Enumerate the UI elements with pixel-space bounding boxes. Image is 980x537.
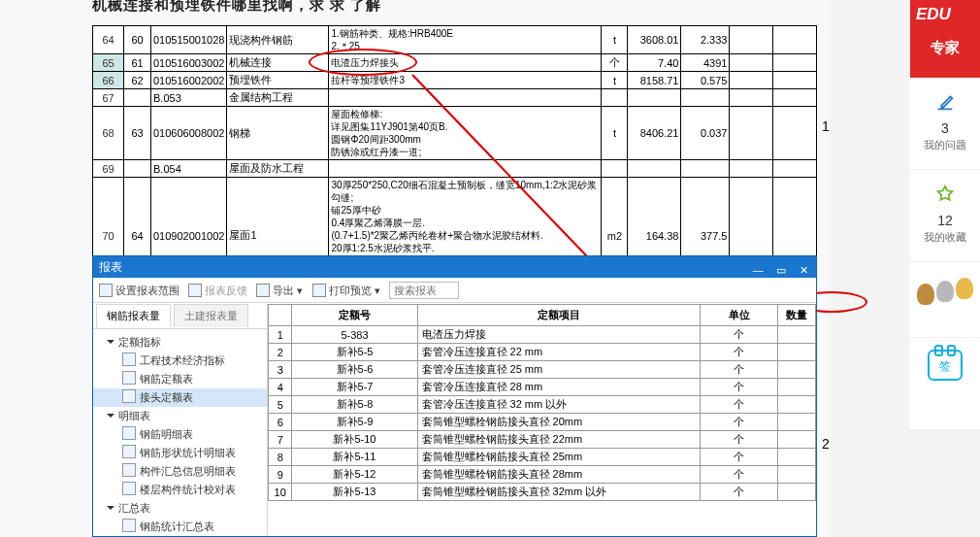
grid-qty: [778, 344, 816, 361]
brand-banner[interactable]: EDU 专家: [910, 0, 980, 78]
tree-item-floor-check[interactable]: 楼层构件统计校对表: [93, 481, 267, 499]
grid-head-item: 定额项目: [417, 305, 700, 326]
annotation-number-2: 2: [822, 436, 830, 452]
grid-item: 套管冷压连接直径 32 mm 以外: [417, 396, 700, 414]
grid-rownum: 6: [269, 414, 292, 431]
grid-qty: [778, 379, 816, 396]
cell-name: 预埋铁件: [227, 72, 329, 89]
grid-unit: 个: [700, 414, 777, 431]
grid-head-unit: 单位: [700, 305, 777, 326]
export-icon: [256, 284, 270, 297]
cell-seq: 62: [124, 72, 151, 89]
cell-v2: [681, 160, 730, 178]
table-row[interactable]: 6662010516002002预埋铁件拉杆等预埋铁件3t8158.710.57…: [93, 72, 817, 89]
grid-row[interactable]: 4新补5-7套管冷压连接直径 28 mm个: [269, 379, 816, 396]
tree-item-component-detail[interactable]: 构件汇总信息明细表: [93, 462, 267, 481]
tree-item-tech[interactable]: 工程技术经济指标: [93, 352, 267, 370]
grid-row[interactable]: 15-383电渣压力焊接个: [269, 326, 816, 344]
grid-unit: 个: [700, 466, 777, 484]
toolbar-export[interactable]: 导出: [273, 285, 294, 296]
table-row[interactable]: 6460010515001028现浇构件钢筋1.钢筋种类、规格:HRB400E2…: [93, 26, 817, 54]
quota-grid: 定额号 定额项目 单位 数量 15-383电渣压力焊接个2新补5-5套管冷压连接…: [268, 304, 816, 501]
tree-item-steel-quota[interactable]: 钢筋定额表: [93, 370, 267, 388]
tree-item-steel-detail[interactable]: 钢筋明细表: [93, 425, 267, 444]
table-row[interactable]: 67B.053金属结构工程: [93, 89, 817, 107]
tree-group-summary[interactable]: 汇总表: [93, 499, 267, 518]
medals-block[interactable]: [910, 262, 980, 338]
cell-spec: 屋面检修梯:详见图集11YJ901第40页B.圆钢Φ20间距300mm防锈涂或红…: [329, 107, 602, 160]
toolbar-range[interactable]: 设置报表范围: [115, 285, 180, 296]
cell-spec: [329, 160, 602, 178]
cell-v3: [730, 26, 773, 54]
cell-name: 屋面及防水工程: [227, 160, 329, 178]
grid-unit: 个: [700, 484, 777, 501]
my-favorites[interactable]: 12 我的收藏: [910, 170, 980, 262]
grid-item: 套筒锥型螺栓钢筋接头直径 20mm: [417, 414, 700, 431]
grid-row[interactable]: 5新补5-8套管冷压连接直径 32 mm 以外个: [269, 396, 816, 414]
grid-unit: 个: [700, 344, 777, 361]
checkin-block[interactable]: 签: [910, 338, 980, 430]
my-questions[interactable]: 3 我的问题: [910, 78, 980, 170]
tab-steel[interactable]: 钢筋报表量: [96, 304, 171, 327]
grid-unit: 个: [700, 449, 777, 466]
right-sidebar: EDU 专家 3 我的问题 12 我的收藏 签: [910, 0, 980, 430]
close-button[interactable]: ✕: [795, 259, 812, 273]
grid-item: 套管冷压连接直径 25 mm: [417, 361, 700, 379]
tree-item-joint-quota[interactable]: 接头定额表: [93, 388, 267, 407]
grid-row[interactable]: 2新补5-5套管冷压连接直径 22 mm个: [269, 344, 816, 361]
grid-row[interactable]: 10新补5-13套筒锥型螺栓钢筋接头直径 32mm 以外个: [269, 484, 816, 501]
grid-qty: [778, 361, 816, 379]
row-number: 68: [93, 107, 124, 160]
grid-row[interactable]: 7新补5-10套筒锥型螺栓钢筋接头直径 22mm个: [269, 431, 816, 449]
grid-row[interactable]: 3新补5-6套管冷压连接直径 25 mm个: [269, 361, 816, 379]
cell-v1: 8406.21: [628, 107, 681, 160]
grid-row[interactable]: 6新补5-9套筒锥型螺栓钢筋接头直径 20mm个: [269, 414, 816, 431]
grid-row[interactable]: 8新补5-11套筒锥型螺栓钢筋接头直径 25mm个: [269, 449, 816, 466]
grid-code: 新补5-10: [292, 431, 417, 449]
annotation-number-1: 1: [822, 118, 830, 134]
cell-v3: [730, 160, 773, 178]
cell-unit: [602, 160, 628, 178]
cell-v3: [730, 107, 773, 160]
minimize-button[interactable]: —: [749, 259, 767, 273]
table-row[interactable]: 6561010516003002机械连接电渣压力焊接头个7.404391: [93, 54, 817, 72]
grid-item: 电渣压力焊接: [417, 326, 700, 344]
quantity-table: 6460010515001028现浇构件钢筋1.钢筋种类、规格:HRB400E2…: [92, 25, 817, 294]
cell-unit: 个: [602, 54, 628, 72]
cell-v4: [773, 160, 817, 178]
tree-group-quota[interactable]: 定额指标: [93, 333, 267, 352]
tree-item-shape-detail[interactable]: 钢筋形状统计明细表: [93, 444, 267, 462]
cell-seq: 61: [124, 54, 151, 72]
cell-code: 010515001028: [151, 26, 227, 54]
edit-icon: [910, 91, 980, 115]
row-number: 67: [93, 89, 124, 107]
search-input[interactable]: [389, 282, 459, 299]
grid-row[interactable]: 9新补5-12套筒锥型螺栓钢筋接头直径 28mm个: [269, 466, 816, 484]
grid-code: 新补5-5: [292, 344, 417, 361]
cell-name: 钢梯: [227, 107, 329, 160]
cell-code: 010516002002: [151, 72, 227, 89]
tab-civil[interactable]: 土建报表量: [174, 304, 248, 327]
grid-code: 5-383: [292, 326, 417, 344]
toolbar-feedback[interactable]: 报表反馈: [205, 285, 247, 296]
grid-rownum: 1: [269, 326, 292, 344]
maximize-button[interactable]: ▭: [772, 259, 790, 273]
side-panel: 钢筋报表量土建报表量 定额指标 工程技术经济指标 钢筋定额表 接头定额表 明细表…: [93, 304, 268, 536]
window-titlebar[interactable]: 报表 — ▭ ✕: [93, 256, 816, 278]
cell-v3: [730, 72, 773, 89]
grid-qty: [778, 466, 816, 484]
cell-seq: 60: [124, 26, 151, 54]
star-icon: [910, 184, 980, 207]
cell-spec: 电渣压力焊接头: [329, 54, 602, 72]
table-row[interactable]: 6863010606008002钢梯屋面检修梯:详见图集11YJ901第40页B…: [93, 107, 817, 160]
tree-group-detail[interactable]: 明细表: [93, 407, 267, 425]
grid-code: 新补5-9: [292, 414, 417, 431]
cell-v1: 7.40: [628, 54, 681, 72]
grid-head-qty: 数量: [778, 305, 816, 326]
grid-unit: 个: [700, 396, 777, 414]
cell-seq: 63: [124, 107, 151, 160]
toolbar-preview[interactable]: 打印预览: [329, 285, 372, 296]
cell-seq: [124, 160, 151, 178]
table-row[interactable]: 69B.054屋面及防水工程: [93, 160, 817, 178]
tree-item-steel-sum[interactable]: 钢筋统计汇总表: [93, 518, 267, 536]
